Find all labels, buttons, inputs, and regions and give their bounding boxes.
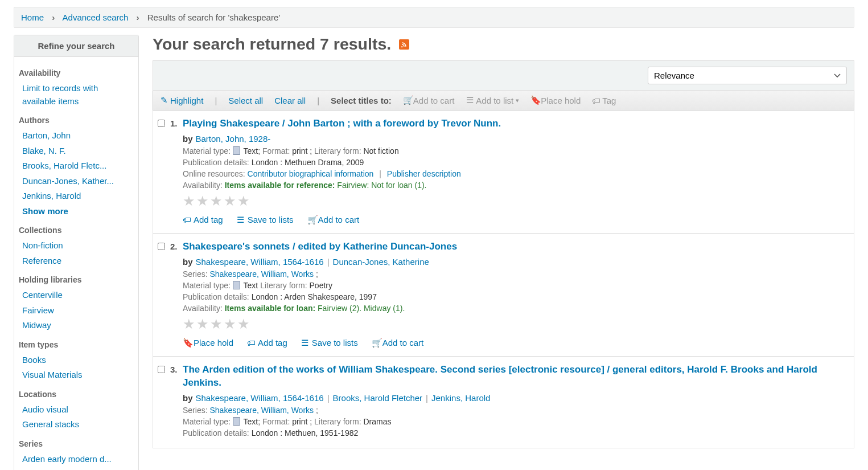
result-title[interactable]: Shakespeare's sonnets / edited by Kather… [183, 240, 847, 254]
results-heading-text: Your search returned 7 results. [153, 35, 391, 54]
rating-stars[interactable]: ★★★★★ [183, 316, 847, 332]
author-link[interactable]: Brooks, Harold Fletcher [333, 393, 423, 403]
facet-item[interactable]: Books [22, 355, 46, 365]
highlight-toggle[interactable]: ✎ Highlight [160, 95, 203, 105]
publication-line: Publication details: London : Methuen, 1… [183, 428, 847, 438]
select-titles-label: Select titles to: [331, 96, 392, 105]
add-to-cart-action[interactable]: 🛒Add to cart [372, 338, 424, 348]
breadcrumb-advanced-search[interactable]: Advanced search [63, 13, 129, 22]
result-row: 3.The Arden edition of the works of Will… [153, 357, 854, 448]
facet-item[interactable]: Centerville [22, 290, 63, 300]
chevron-down-icon: ▾ [516, 97, 519, 104]
result-checkbox[interactable] [158, 243, 165, 250]
add-to-cart-action[interactable]: 🛒Add to cart [307, 215, 360, 225]
breadcrumb-current: Results of search for 'shakespeare' [147, 13, 280, 22]
facet-item[interactable]: Jenkins, Harold [22, 191, 81, 201]
facet-item[interactable]: Non-fiction [22, 240, 63, 250]
refine-sidebar: Refine your search AvailabilityLimit to … [14, 35, 139, 470]
facet-item[interactable]: Audio visual [22, 404, 68, 414]
material-type-line: Material type: Text Literary form: Poetr… [183, 281, 847, 290]
availability-line: Availability: Items available for loan: … [183, 304, 847, 313]
result-row: 1.Playing Shakespeare / John Barton ; wi… [153, 111, 854, 234]
bookmark-icon: 🔖 [530, 95, 538, 105]
facet-item[interactable]: Reference [22, 256, 61, 265]
result-checkbox[interactable] [158, 120, 165, 127]
facet-label: Item types [14, 334, 138, 352]
facet-item[interactable]: Brooks, Harold Fletc... [22, 161, 106, 170]
place-hold-action[interactable]: 🔖Place hold [183, 338, 233, 348]
online-resources-line: Online resources: Contributor biographic… [183, 169, 847, 178]
text-type-icon [233, 417, 240, 426]
facet-label: Holding libraries [14, 269, 138, 287]
series-link[interactable]: Shakespeare, William, Works [209, 269, 314, 279]
online-resource-link[interactable]: Publisher description [387, 169, 461, 178]
author-link[interactable]: Barton, John, 1928- [196, 134, 271, 144]
material-type-line: Material type: Text; Format: print ; Lit… [183, 417, 847, 426]
author-link[interactable]: Shakespeare, William, 1564-1616 [196, 393, 324, 403]
result-number: 3. [170, 363, 183, 374]
by-label: by [183, 393, 193, 403]
tag-button[interactable]: 🏷 Tag [592, 96, 616, 105]
tag-icon: 🏷 [592, 96, 600, 105]
results-list: 1.Playing Shakespeare / John Barton ; wi… [153, 111, 854, 448]
facet-item[interactable]: Fairview [22, 305, 54, 315]
facet-label: Collections [14, 220, 138, 237]
sort-select[interactable]: Relevance [648, 67, 847, 84]
material-type-line: Material type: Text; Format: print ; Lit… [183, 146, 847, 156]
facet-item[interactable]: Midway [22, 320, 51, 330]
add-to-cart-button[interactable]: 🛒 Add to cart [403, 95, 455, 105]
list-icon: ☰ [466, 95, 474, 105]
rss-icon[interactable] [399, 39, 409, 50]
facet-item[interactable]: Arden early modern d... [22, 454, 112, 464]
save-to-lists-action[interactable]: ☰Save to lists [237, 215, 294, 225]
result-number: 1. [170, 117, 183, 128]
facet-item[interactable]: Visual Materials [22, 370, 83, 379]
breadcrumb-sep: › [52, 13, 55, 22]
pencil-icon: ✎ [160, 95, 168, 105]
select-all-link[interactable]: Select all [228, 96, 263, 105]
facet-item[interactable]: Barton, John [22, 130, 71, 140]
author-link[interactable]: Shakespeare, William, 1564-1616 [196, 257, 324, 267]
by-label: by [183, 134, 193, 144]
online-resource-link[interactable]: Contributor biographical information [248, 169, 374, 178]
text-type-icon [233, 146, 240, 155]
result-row: 2.Shakespeare's sonnets / edited by Kath… [153, 234, 854, 357]
add-to-list-button[interactable]: ☰ Add to list ▾ [466, 95, 519, 105]
facet-item[interactable]: Blake, N. F. [22, 146, 66, 156]
add-tag-action[interactable]: 🏷Add tag [247, 338, 287, 348]
result-title[interactable]: The Arden edition of the works of Willia… [183, 363, 847, 390]
clear-all-link[interactable]: Clear all [274, 96, 306, 105]
save-to-lists-action[interactable]: ☰Save to lists [301, 338, 358, 348]
results-toolbar: ✎ Highlight | Select all Clear all | Sel… [153, 91, 854, 111]
facet-label: Locations [14, 384, 138, 401]
facet-item[interactable]: Limit to records with available items [22, 83, 98, 106]
breadcrumb: Home › Advanced search › Results of sear… [14, 7, 854, 28]
availability-line: Availability: Items available for refere… [183, 181, 847, 190]
result-title[interactable]: Playing Shakespeare / John Barton ; with… [183, 117, 847, 130]
facet-label: Authors [14, 110, 138, 127]
author-link[interactable]: Duncan-Jones, Katherine [333, 257, 429, 267]
publication-line: Publication details: London : Arden Shak… [183, 292, 847, 301]
publication-line: Publication details: London : Methuen Dr… [183, 158, 847, 167]
result-number: 2. [170, 240, 183, 251]
text-type-icon [233, 281, 240, 289]
rating-stars[interactable]: ★★★★★ [183, 193, 847, 209]
sort-bar: Relevance [153, 60, 854, 91]
cart-icon: 🛒 [403, 95, 411, 105]
breadcrumb-sep: › [137, 13, 139, 22]
series-link[interactable]: Shakespeare, William, Works [209, 406, 314, 415]
facet-item[interactable]: Duncan-Jones, Kather... [22, 176, 114, 186]
results-heading: Your search returned 7 results. [153, 35, 854, 54]
add-tag-action[interactable]: 🏷Add tag [183, 215, 223, 225]
results-column: Your search returned 7 results. Relevanc… [153, 35, 854, 470]
facet-label: Series [14, 434, 138, 451]
place-hold-button[interactable]: 🔖 Place hold [530, 95, 581, 105]
facet-label: Availability [14, 63, 138, 80]
breadcrumb-home[interactable]: Home [21, 13, 44, 22]
facet-show-more[interactable]: Show more [22, 206, 68, 216]
refine-header: Refine your search [14, 35, 138, 57]
author-link[interactable]: Jenkins, Harold [431, 393, 490, 403]
result-checkbox[interactable] [158, 366, 165, 373]
by-label: by [183, 257, 193, 267]
facet-item[interactable]: General stacks [22, 419, 79, 429]
